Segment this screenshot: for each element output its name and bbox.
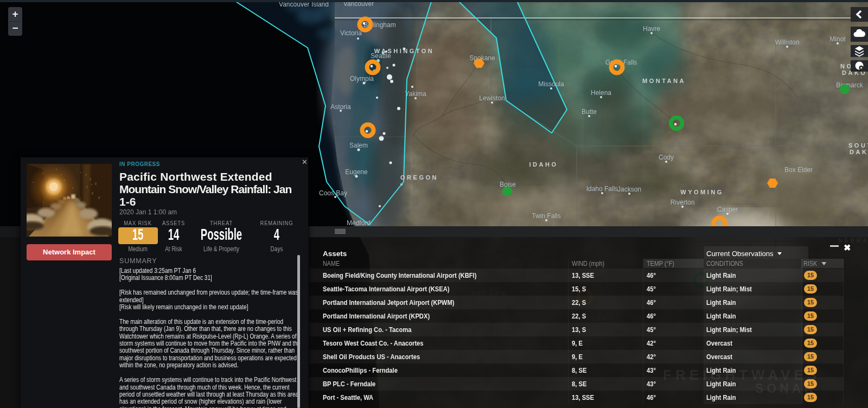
svg-text:SOUTH: SOUTH: [848, 142, 868, 149]
svg-text:Missoula: Missoula: [538, 80, 564, 88]
svg-text:Casper: Casper: [717, 206, 738, 213]
svg-text:Box Elder: Box Elder: [784, 166, 813, 174]
svg-text:Havre: Havre: [643, 25, 660, 33]
svg-text:Cody: Cody: [659, 154, 674, 161]
svg-text:Salem: Salem: [349, 142, 368, 149]
svg-text:WASHINGTON: WASHINGTON: [374, 48, 435, 54]
svg-text:MONTANA: MONTANA: [642, 78, 686, 84]
svg-text:Minot: Minot: [829, 35, 846, 43]
svg-text:Coos Bay: Coos Bay: [319, 189, 347, 197]
svg-text:IDAHO: IDAHO: [529, 161, 558, 168]
svg-text:Eugene: Eugene: [345, 168, 368, 176]
svg-text:Olympia: Olympia: [350, 75, 374, 82]
svg-text:WYOMING: WYOMING: [680, 189, 724, 195]
svg-text:DAKOTA: DAKOTA: [850, 149, 868, 155]
svg-text:Riverton: Riverton: [671, 199, 695, 206]
svg-text:OREGON: OREGON: [400, 174, 438, 181]
svg-text:Victoria: Victoria: [340, 29, 362, 37]
svg-text:Astoria: Astoria: [330, 103, 351, 111]
svg-text:Jackson: Jackson: [617, 186, 641, 193]
svg-text:Williston: Williston: [775, 39, 800, 46]
svg-text:Idaho Falls: Idaho Falls: [586, 185, 618, 193]
svg-text:Butte: Butte: [582, 108, 597, 116]
svg-text:Yakima: Yakima: [405, 90, 426, 98]
svg-text:Medford: Medford: [347, 219, 371, 227]
svg-text:Helena: Helena: [591, 89, 611, 97]
svg-text:Twin Falls: Twin Falls: [532, 212, 560, 220]
svg-text:Lewiston: Lewiston: [479, 94, 505, 102]
